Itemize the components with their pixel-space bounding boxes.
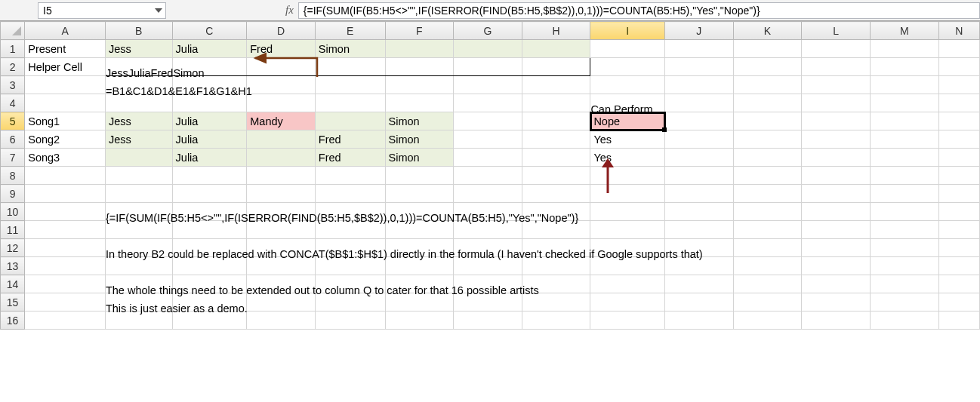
cell-A16[interactable] xyxy=(25,311,106,330)
cell-D8[interactable] xyxy=(247,167,316,185)
cell-J15[interactable] xyxy=(665,293,734,311)
cell-E8[interactable] xyxy=(315,167,385,185)
cell-D7[interactable] xyxy=(247,149,316,167)
cell-A12[interactable] xyxy=(25,239,106,257)
col-header-M[interactable]: M xyxy=(870,22,938,40)
cell-B12[interactable]: In theory B2 could be replaced with CONC… xyxy=(105,239,172,257)
cell-G7[interactable] xyxy=(454,149,522,167)
cell-K4[interactable] xyxy=(733,94,802,112)
cell-M12[interactable] xyxy=(870,239,938,257)
cell-K5[interactable] xyxy=(733,112,802,130)
cell-D2[interactable] xyxy=(247,58,316,76)
cell-L1[interactable] xyxy=(802,40,871,58)
cell-G1[interactable] xyxy=(454,40,522,58)
name-box-dropdown-icon[interactable] xyxy=(153,5,164,16)
cell-K11[interactable] xyxy=(733,221,802,239)
cell-A11[interactable] xyxy=(25,221,106,239)
cell-N8[interactable] xyxy=(938,167,979,185)
cell-N3[interactable] xyxy=(938,76,979,94)
cell-A10[interactable] xyxy=(25,203,106,221)
cell-G6[interactable] xyxy=(454,130,522,149)
row-header-5[interactable]: 5 xyxy=(1,112,25,130)
cell-J11[interactable] xyxy=(665,221,734,239)
cell-C5[interactable]: Julia xyxy=(172,112,247,130)
cell-H8[interactable] xyxy=(522,167,590,185)
row-header-4[interactable]: 4 xyxy=(1,94,25,112)
cell-H4[interactable] xyxy=(522,94,590,112)
cell-L6[interactable] xyxy=(802,130,871,149)
row-header-2[interactable]: 2 xyxy=(1,58,25,76)
cell-M9[interactable] xyxy=(870,185,938,203)
cell-M10[interactable] xyxy=(870,203,938,221)
cell-I15[interactable] xyxy=(590,293,665,311)
cell-M4[interactable] xyxy=(870,94,938,112)
cell-J4[interactable] xyxy=(665,94,734,112)
name-box[interactable]: I5 xyxy=(38,2,166,19)
cell-M6[interactable] xyxy=(870,130,938,149)
cell-E16[interactable] xyxy=(315,311,385,330)
cell-K12[interactable] xyxy=(733,239,802,257)
cell-I11[interactable] xyxy=(590,221,665,239)
cell-C9[interactable] xyxy=(172,185,247,203)
cell-M11[interactable] xyxy=(870,221,938,239)
cell-C6[interactable]: Julia xyxy=(172,130,247,149)
cell-K8[interactable] xyxy=(733,167,802,185)
cell-B6[interactable]: Jess xyxy=(105,130,172,149)
cell-A1[interactable]: Present xyxy=(25,40,106,58)
cell-B5[interactable]: Jess xyxy=(105,112,172,130)
cell-L5[interactable] xyxy=(802,112,871,130)
col-header-C[interactable]: C xyxy=(172,22,247,40)
cell-K2[interactable] xyxy=(733,58,802,76)
col-header-N[interactable]: N xyxy=(938,22,979,40)
cell-N5[interactable] xyxy=(938,112,979,130)
cell-H1[interactable] xyxy=(522,40,590,58)
cell-G3[interactable] xyxy=(454,76,522,94)
cell-L8[interactable] xyxy=(802,167,871,185)
cell-I3[interactable] xyxy=(590,76,665,94)
cell-N13[interactable] xyxy=(938,257,979,275)
cell-M2[interactable] xyxy=(870,58,938,76)
cell-I2[interactable] xyxy=(590,58,665,76)
cell-H6[interactable] xyxy=(522,130,590,149)
cell-K1[interactable] xyxy=(733,40,802,58)
cell-E1[interactable]: Simon xyxy=(315,40,385,58)
col-header-J[interactable]: J xyxy=(665,22,734,40)
cell-E7[interactable]: Fred xyxy=(315,149,385,167)
cell-H7[interactable] xyxy=(522,149,590,167)
cell-I10[interactable] xyxy=(590,203,665,221)
cell-C8[interactable] xyxy=(172,167,247,185)
formula-input[interactable]: {=IF(SUM(IF(B5:H5<>"",IF(ISERROR(FIND(B5… xyxy=(298,2,980,19)
row-header-9[interactable]: 9 xyxy=(1,185,25,203)
cell-G2[interactable] xyxy=(454,58,522,76)
cell-I6[interactable]: Yes xyxy=(590,130,665,149)
cell-F8[interactable] xyxy=(385,167,454,185)
cell-L15[interactable] xyxy=(802,293,871,311)
col-header-F[interactable]: F xyxy=(385,22,454,40)
cell-B8[interactable] xyxy=(105,167,172,185)
cell-N11[interactable] xyxy=(938,221,979,239)
row-header-13[interactable]: 13 xyxy=(1,257,25,275)
cell-N4[interactable] xyxy=(938,94,979,112)
cell-E5[interactable] xyxy=(315,112,385,130)
cell-A14[interactable] xyxy=(25,275,106,293)
row-header-12[interactable]: 12 xyxy=(1,239,25,257)
cell-F6[interactable]: Simon xyxy=(385,130,454,149)
cell-I14[interactable] xyxy=(590,275,665,293)
cell-N12[interactable] xyxy=(938,239,979,257)
cell-K7[interactable] xyxy=(733,149,802,167)
cell-D3[interactable] xyxy=(247,76,316,94)
cell-G9[interactable] xyxy=(454,185,522,203)
cell-D4[interactable] xyxy=(247,94,316,112)
cell-A15[interactable] xyxy=(25,293,106,311)
cell-A6[interactable]: Song2 xyxy=(25,130,106,149)
cell-M1[interactable] xyxy=(870,40,938,58)
cell-L3[interactable] xyxy=(802,76,871,94)
row-header-6[interactable]: 6 xyxy=(1,130,25,149)
cell-B1[interactable]: Jess xyxy=(105,40,172,58)
cell-J2[interactable] xyxy=(665,58,734,76)
cell-H5[interactable] xyxy=(522,112,590,130)
cell-L13[interactable] xyxy=(802,257,871,275)
cell-K6[interactable] xyxy=(733,130,802,149)
cell-I7[interactable]: Yes xyxy=(590,149,665,167)
cell-E2[interactable] xyxy=(315,58,385,76)
